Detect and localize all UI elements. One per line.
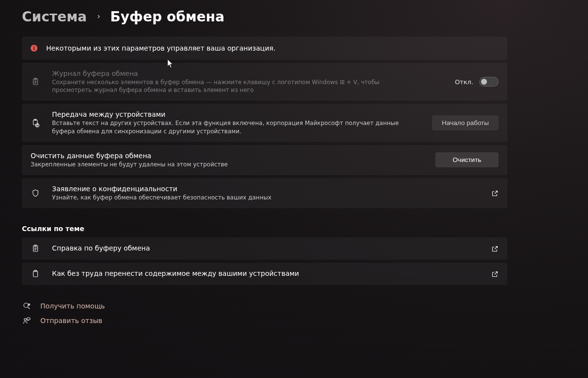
breadcrumb-parent[interactable]: Система	[22, 9, 87, 25]
banner-text: Некоторыми из этих параметров управляет …	[46, 44, 276, 52]
help-headset-icon	[22, 302, 32, 310]
info-icon: i	[31, 45, 37, 52]
card-transfer-content[interactable]: Как без труда перенести содержимое между…	[22, 263, 507, 285]
card-privacy-statement[interactable]: Заявление о конфиденциальности Узнайте, …	[22, 178, 507, 208]
clipboard-icon	[31, 270, 40, 278]
clipboard-sync-icon	[31, 119, 40, 127]
help-title: Справка по буферу обмена	[52, 244, 480, 252]
feedback-person-icon	[22, 316, 32, 325]
clipboard-list-icon	[31, 77, 40, 86]
svg-rect-18	[27, 318, 30, 320]
send-feedback-label: Отправить отзыв	[40, 317, 102, 324]
card-clear-clipboard: Очистить данные буфера обмена Закрепленн…	[22, 145, 507, 175]
sync-sub: Вставьте текст на других устройствах. Ес…	[52, 119, 412, 135]
sync-title: Передача между устройствами	[52, 110, 420, 118]
svg-point-15	[24, 303, 28, 307]
clear-sub: Закрепленные элементы не будут удалены н…	[31, 161, 390, 168]
history-title: Журнал буфера обмена	[52, 70, 443, 77]
privacy-title: Заявление о конфиденциальности	[52, 185, 480, 193]
chevron-right-icon	[96, 13, 102, 21]
privacy-sub: Узнайте, как буфер обмена обеспечивает б…	[52, 194, 412, 201]
card-clipboard-history: Журнал буфера обмена Сохраните несколько…	[22, 63, 507, 101]
breadcrumb-current: Буфер обмена	[110, 9, 225, 25]
svg-point-17	[24, 319, 27, 321]
get-help-label: Получить помощь	[40, 302, 105, 310]
card-sync-devices: Передача между устройствами Вставьте тек…	[22, 104, 507, 142]
toggle-state-label: Откл.	[455, 78, 473, 86]
history-toggle[interactable]	[479, 77, 499, 87]
breadcrumb: Система Буфер обмена	[22, 9, 588, 25]
clipboard-list-icon	[31, 244, 40, 253]
clear-button[interactable]: Очистить	[435, 152, 499, 167]
transfer-title: Как без труда перенести содержимое между…	[52, 270, 480, 277]
external-link-icon	[491, 190, 499, 197]
send-feedback-link[interactable]: Отправить отзыв	[22, 316, 588, 325]
sync-start-button[interactable]: Начало работы	[432, 115, 499, 130]
related-heading: Ссылки по теме	[22, 225, 588, 233]
shield-icon	[31, 189, 40, 198]
clear-title: Очистить данные буфера обмена	[31, 152, 424, 160]
card-help-clipboard[interactable]: Справка по буферу обмена	[22, 237, 507, 260]
get-help-link[interactable]: Получить помощь	[22, 302, 588, 310]
external-link-icon	[491, 245, 499, 252]
external-link-icon	[491, 270, 499, 278]
org-managed-banner: i Некоторыми из этих параметров управляе…	[22, 36, 507, 60]
history-sub: Сохраните несколько элементов в буфер об…	[52, 78, 412, 94]
